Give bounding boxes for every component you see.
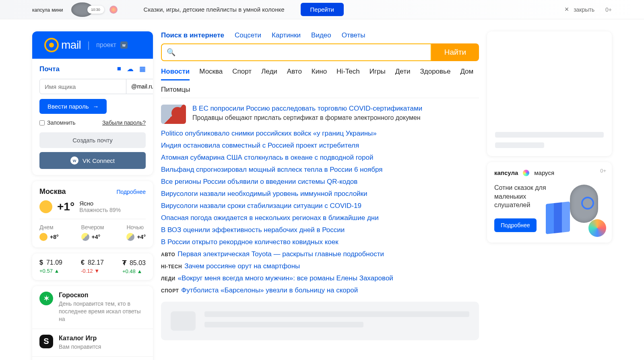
forecast-label: Ночью	[126, 224, 146, 230]
news-tagged-row: ЛЕДИ«Вокруг меня всегда много мужчин»: в…	[161, 274, 479, 282]
news-tab-games[interactable]: Игры	[369, 68, 386, 76]
horoscope-item[interactable]: ✶ Гороскоп День понравится тем, кто в по…	[32, 286, 153, 329]
news-tag: ЛЕДИ	[161, 276, 175, 282]
search-tab-video[interactable]: Видео	[311, 31, 331, 39]
domain-select[interactable]: @mail.ru	[126, 79, 153, 94]
horoscope-text: День понравится тем, кто в последнее вре…	[59, 300, 146, 323]
close-icon[interactable]: ×	[565, 5, 569, 14]
news-tab-sport[interactable]: Спорт	[232, 68, 252, 76]
forecast-day: Днем +8°	[39, 224, 59, 241]
search-tab-images[interactable]: Картинки	[272, 31, 301, 39]
news-link[interactable]: Зачем россияне орут на смартфоны	[184, 262, 300, 270]
news-tab-auto[interactable]: Авто	[287, 68, 302, 76]
books-icon	[546, 202, 570, 234]
search-tabs: Поиск в интернете Соцсети Картинки Видео…	[161, 31, 479, 39]
dollar-icon: $	[39, 259, 43, 266]
news-link[interactable]: Вирусологи назвали необходимый уровень и…	[161, 190, 479, 198]
search-icon: 🔍	[167, 48, 175, 57]
news-tab-kino[interactable]: Кино	[312, 68, 327, 76]
vk-badge-icon: w	[120, 41, 128, 49]
sun-icon	[39, 233, 47, 241]
news-tag: HI-TECH	[161, 264, 182, 269]
moon-icon	[126, 233, 134, 241]
vk-icon: w	[70, 156, 78, 165]
news-tabs: Новости Москва Спорт Леди Авто Кино Hi-T…	[161, 68, 479, 98]
news-tagged-row: СПОРТФутболиста «Барселоны» увезли в бол…	[161, 286, 479, 294]
rate-value: 85.03	[130, 259, 146, 267]
enter-password-label: Ввести пароль	[47, 103, 89, 110]
news-link[interactable]: Индия остановила совместный с Россией пр…	[161, 142, 479, 150]
news-link[interactable]: Все регионы России объявили о введении с…	[161, 178, 479, 186]
news-lead-link[interactable]: В ЕС попросили Россию расследовать торго…	[192, 105, 479, 113]
vk-connect-button[interactable]: w VK Connect	[39, 152, 146, 169]
mail-title-link[interactable]: Почта	[39, 65, 60, 73]
video-call-icon[interactable]: ■	[117, 65, 121, 73]
forgot-password-link[interactable]: Забыли пароль?	[102, 119, 146, 126]
games-title: Каталог Игр	[59, 335, 101, 342]
forecast-label: Днем	[39, 224, 59, 230]
weather-more-link[interactable]: Подробнее	[116, 189, 146, 195]
oil-icon: ₮	[122, 259, 126, 267]
news-link[interactable]: Вильфанд спрогнозировал мощный всплеск т…	[161, 166, 479, 174]
banner-cta-button[interactable]: Перейти	[301, 3, 344, 16]
news-link[interactable]: Атомная субмарина США столкнулась в океа…	[161, 154, 479, 162]
ad-placeholder	[487, 31, 612, 156]
mail-project-label: проект	[96, 41, 116, 49]
banner-logo: капсула мини	[32, 6, 63, 13]
search-tab-web[interactable]: Поиск в интернете	[161, 31, 224, 39]
news-link[interactable]: Первая электрическая Toyota — раскрыты г…	[178, 250, 384, 258]
login-input[interactable]	[39, 79, 126, 94]
news-link[interactable]: В ВОЗ оценили эффективность нерабочих дн…	[161, 226, 479, 234]
news-tab-moscow[interactable]: Москва	[199, 68, 223, 76]
marusya-icon	[523, 170, 529, 176]
news-tab-pets[interactable]: Питомцы	[161, 86, 190, 94]
news-link[interactable]: Politico опубликовало снимки российских …	[161, 130, 479, 138]
weather-condition: Ясно	[79, 200, 121, 207]
news-link[interactable]: Опасная погода ожидается в нескольких ре…	[161, 214, 479, 222]
news-link[interactable]: В России открыто рекордное количество ко…	[161, 238, 479, 246]
news-lead-thumb[interactable]	[161, 105, 186, 124]
games-catalog-item[interactable]: S Каталог Игр Вам понравится	[32, 329, 153, 356]
news-link[interactable]: «Вокруг меня всегда много мужчин»: все р…	[178, 274, 393, 282]
rate-usd[interactable]: $71.09 +0.57 ▲	[39, 259, 62, 274]
banner-logo-main: капсула	[32, 7, 50, 13]
placeholder-line	[495, 142, 544, 148]
mail-at-icon	[44, 38, 59, 52]
create-mail-button[interactable]: Создать почту	[39, 132, 146, 148]
news-tab-kids[interactable]: Дети	[395, 68, 411, 76]
news-tag: АВТО	[161, 252, 175, 257]
battle-tanks-item[interactable]: Battle Tanks	[32, 356, 153, 360]
promo-card: 0+ капсула маруся Сотни сказок для мален…	[487, 162, 612, 243]
calendar-icon[interactable]: ▦	[139, 65, 146, 73]
search-tab-social[interactable]: Соцсети	[235, 31, 261, 39]
search-input[interactable]	[179, 44, 426, 60]
enter-password-button[interactable]: Ввести пароль →	[39, 99, 107, 114]
news-tab-hitech[interactable]: Hi-Tech	[336, 68, 360, 76]
banner-close-label[interactable]: закрыть	[574, 6, 594, 13]
search-tab-answers[interactable]: Ответы	[342, 31, 365, 39]
weather-card: Москва Подробнее +1° Ясно Влажность 89% …	[32, 181, 153, 247]
speaker-icon	[570, 185, 598, 223]
rate-oil[interactable]: ₮85.03 +0.48 ▲	[122, 259, 146, 274]
rate-value: 71.09	[46, 259, 62, 266]
horoscope-title: Гороскоп	[59, 292, 146, 299]
news-tab-lady[interactable]: Леди	[261, 68, 277, 76]
rate-eur[interactable]: €82.17 -0.12 ▼	[81, 259, 104, 274]
news-tab-news[interactable]: Новости	[161, 68, 190, 80]
banner-logo-sub: мини	[52, 7, 63, 13]
clock-icon: 10:30	[87, 6, 104, 14]
weather-city: Москва	[39, 187, 66, 196]
cloud-icon[interactable]: ☁	[127, 65, 134, 73]
games-icon: S	[39, 335, 53, 348]
news-tab-health[interactable]: Здоровье	[420, 68, 451, 76]
news-link[interactable]: Вирусологи назвали сроки стабилизации си…	[161, 202, 479, 210]
remember-checkbox-label[interactable]: Запомнить	[39, 119, 76, 126]
search-button[interactable]: Найти	[431, 43, 479, 61]
remember-checkbox[interactable]	[39, 120, 45, 125]
news-link[interactable]: Футболиста «Барселоны» увезли в больницу…	[181, 286, 358, 294]
promo-button[interactable]: Подробнее	[494, 218, 537, 232]
widgets-card: ✶ Гороскоп День понравится тем, кто в по…	[32, 286, 153, 360]
promo-age-badge: 0+	[600, 168, 606, 174]
top-banner: капсула мини 10:30 Сказки, игры, детские…	[0, 0, 644, 19]
news-tab-home[interactable]: Дом	[460, 68, 473, 76]
